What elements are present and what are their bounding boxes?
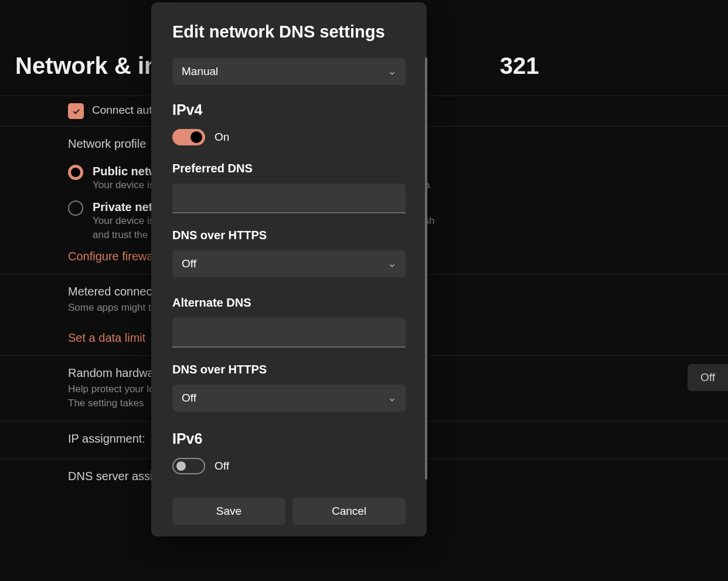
doh-preferred-label: DNS over HTTPS <box>172 229 406 242</box>
edit-dns-dialog: Edit network DNS settings Manual IPv4 On… <box>151 2 427 536</box>
ipv6-heading: IPv6 <box>172 430 406 447</box>
save-button[interactable]: Save <box>172 498 285 525</box>
random-hw-toggle-button[interactable]: Off <box>688 364 728 391</box>
ipv4-toggle[interactable] <box>172 129 205 145</box>
doh-alternate-dropdown[interactable]: Off <box>172 385 406 412</box>
connect-auto-checkbox[interactable] <box>68 103 84 119</box>
ipv6-toggle[interactable] <box>172 458 205 474</box>
check-icon <box>72 107 81 116</box>
chevron-down-icon <box>388 394 396 402</box>
doh-alternate-label: DNS over HTTPS <box>172 363 406 376</box>
preferred-dns-label: Preferred DNS <box>172 162 406 175</box>
private-network-radio[interactable] <box>68 201 83 216</box>
dialog-title: Edit network DNS settings <box>172 22 406 42</box>
ipv4-heading: IPv4 <box>172 101 406 118</box>
doh-preferred-value: Off <box>182 257 196 270</box>
alternate-dns-label: Alternate DNS <box>172 296 406 310</box>
ipv6-toggle-label: Off <box>215 460 229 473</box>
dialog-scrollbar[interactable] <box>423 5 429 485</box>
alternate-dns-input[interactable] <box>172 318 406 348</box>
ipv4-toggle-label: On <box>215 131 229 144</box>
cancel-button[interactable]: Cancel <box>292 498 406 525</box>
scrollbar-thumb[interactable] <box>425 57 427 480</box>
chevron-down-icon <box>388 260 396 268</box>
dns-mode-value: Manual <box>182 65 218 78</box>
doh-alternate-value: Off <box>182 392 196 405</box>
chevron-down-icon <box>388 67 396 76</box>
doh-preferred-dropdown[interactable]: Off <box>172 250 406 277</box>
preferred-dns-input[interactable] <box>172 184 406 213</box>
dns-mode-dropdown[interactable]: Manual <box>172 58 406 85</box>
public-network-radio[interactable] <box>68 165 83 180</box>
